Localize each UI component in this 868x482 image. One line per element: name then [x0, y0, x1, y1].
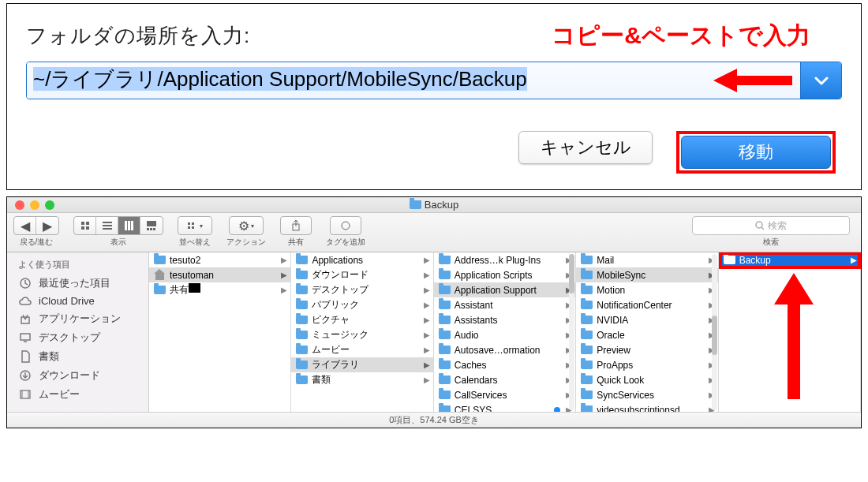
folder-icon — [581, 390, 593, 399]
folder-icon — [439, 331, 451, 339]
column-row[interactable]: デスクトップ▶ — [291, 282, 432, 297]
annotation-highlight-go: 移動 — [676, 131, 836, 174]
sidebar-item[interactable]: ダウンロード — [7, 366, 148, 385]
goto-folder-dialog: フォルダの場所を入力: コピー&ペーストで入力 ~/ライブラリ/Applicat… — [6, 3, 862, 190]
action-button[interactable]: ⚙▾ — [229, 216, 264, 235]
path-dropdown-button[interactable] — [800, 62, 841, 99]
icon-view-button[interactable] — [74, 217, 96, 234]
svg-rect-6 — [103, 225, 112, 226]
browser-column[interactable]: Applications▶ダウンロード▶デスクトップ▶パブリック▶ピクチャ▶ミュ… — [291, 252, 433, 412]
column-row[interactable]: Mail▶ — [576, 252, 717, 267]
sidebar-item[interactable]: アプリケーション — [7, 309, 148, 328]
browser-column[interactable]: Mail▶MobileSync▶Motion▶NotificationCente… — [576, 252, 718, 412]
column-browser: tesuto2▶tesutoman▶共有▶Applications▶ダウンロード… — [149, 252, 861, 412]
column-row[interactable]: CELSYS▶ — [434, 402, 575, 412]
column-row[interactable]: Calendars▶ — [434, 372, 575, 387]
column-row[interactable]: Application Scripts▶ — [434, 267, 575, 282]
column-row[interactable]: Backup▶ — [719, 252, 860, 267]
sidebar-header: よく使う項目 — [7, 257, 148, 274]
view-mode-buttons[interactable] — [73, 216, 163, 235]
svg-rect-11 — [147, 221, 156, 226]
gallery-view-button[interactable] — [140, 217, 163, 234]
column-row[interactable]: ProApps▶ — [576, 357, 717, 372]
folder-icon — [296, 286, 308, 294]
back-forward-buttons[interactable]: ◀ ▶ — [13, 216, 59, 235]
finder-window: Backup ◀ ▶ 戻る/進む 表示 ▾ 並べ替え ⚙▾ アクション — [6, 196, 862, 428]
column-row[interactable]: videosubscriptionsd▶ — [576, 402, 717, 412]
share-button[interactable] — [280, 216, 312, 235]
column-row[interactable]: Quick Look▶ — [576, 372, 717, 387]
browser-column[interactable]: Backup▶ — [719, 252, 861, 412]
chevron-right-icon: ▶ — [424, 361, 430, 369]
folder-icon — [296, 271, 308, 279]
column-row[interactable]: tesutoman▶ — [149, 267, 290, 282]
column-row[interactable]: CallServices▶ — [434, 387, 575, 402]
app-icon — [18, 313, 32, 324]
search-input[interactable]: 検索 — [692, 216, 850, 235]
column-row[interactable]: Oracle▶ — [576, 327, 717, 342]
column-view-button[interactable] — [118, 217, 140, 234]
forward-button[interactable]: ▶ — [36, 217, 58, 234]
list-view-button[interactable] — [96, 217, 118, 234]
column-row[interactable]: Audio▶ — [434, 327, 575, 342]
column-row[interactable]: MobileSync▶ — [576, 267, 717, 282]
svg-rect-25 — [21, 317, 29, 323]
folder-icon — [581, 346, 593, 354]
column-row[interactable]: Application Support▶ — [434, 282, 575, 297]
column-row[interactable]: NVIDIA▶ — [576, 312, 717, 327]
back-button[interactable]: ◀ — [14, 217, 36, 234]
column-row[interactable]: ピクチャ▶ — [291, 312, 432, 327]
folder-icon — [296, 331, 308, 339]
column-row[interactable]: tesuto2▶ — [149, 252, 290, 267]
sidebar-item[interactable]: 書類 — [7, 347, 148, 366]
column-row[interactable]: ライブラリ▶ — [291, 357, 432, 372]
column-row[interactable]: ムービー▶ — [291, 342, 432, 357]
browser-column[interactable]: Address…k Plug-Ins▶Application Scripts▶A… — [434, 252, 576, 412]
column-row[interactable]: 書類▶ — [291, 372, 432, 387]
svg-rect-1 — [81, 222, 84, 225]
svg-line-23 — [761, 227, 764, 230]
folder-path-input[interactable]: ~/ライブラリ/Application Support/MobileSync/B… — [27, 62, 705, 99]
cancel-button[interactable]: キャンセル — [518, 131, 653, 164]
svg-rect-12 — [147, 228, 149, 230]
folder-icon — [296, 256, 308, 264]
folder-icon — [154, 256, 166, 264]
column-row[interactable]: パブリック▶ — [291, 297, 432, 312]
folder-icon — [581, 376, 593, 384]
column-row[interactable]: Autosave…ormation▶ — [434, 342, 575, 357]
svg-rect-14 — [153, 228, 155, 230]
column-row[interactable]: ダウンロード▶ — [291, 267, 432, 282]
column-row[interactable]: SyncServices▶ — [576, 387, 717, 402]
column-row[interactable]: Preview▶ — [576, 342, 717, 357]
folder-icon — [581, 256, 593, 264]
column-row[interactable]: Assistants▶ — [434, 312, 575, 327]
annotation-text: コピー&ペーストで入力 — [552, 20, 810, 52]
column-row[interactable]: Caches▶ — [434, 357, 575, 372]
sidebar-item[interactable]: ムービー — [7, 385, 148, 404]
column-row[interactable]: Address…k Plug-Ins▶ — [434, 252, 575, 267]
column-row[interactable]: ミュージック▶ — [291, 327, 432, 342]
doc-icon — [18, 351, 32, 362]
tags-button[interactable] — [330, 216, 361, 235]
window-titlebar[interactable]: Backup — [7, 197, 861, 213]
chevron-right-icon: ▶ — [424, 256, 430, 264]
folder-icon — [439, 405, 451, 412]
go-button[interactable]: 移動 — [681, 136, 831, 169]
sidebar-item[interactable]: iCloud Drive — [7, 293, 148, 309]
browser-column[interactable]: tesuto2▶tesutoman▶共有▶ — [149, 252, 291, 412]
folder-icon — [439, 256, 451, 264]
folder-icon — [439, 376, 451, 384]
column-row[interactable]: NotificationCenter▶ — [576, 297, 717, 312]
column-row[interactable]: Motion▶ — [576, 282, 717, 297]
svg-rect-8 — [125, 221, 127, 230]
column-row[interactable]: Assistant▶ — [434, 297, 575, 312]
folder-icon — [296, 301, 308, 309]
arrange-button[interactable]: ▾ — [178, 216, 212, 235]
column-row[interactable]: 共有▶ — [149, 282, 290, 297]
svg-rect-5 — [103, 222, 112, 223]
column-row[interactable]: Applications▶ — [291, 252, 432, 267]
svg-rect-28 — [21, 334, 30, 340]
sidebar-item[interactable]: デスクトップ — [7, 328, 148, 347]
sidebar-item[interactable]: 最近使った項目 — [7, 274, 148, 293]
download-icon — [18, 370, 32, 381]
